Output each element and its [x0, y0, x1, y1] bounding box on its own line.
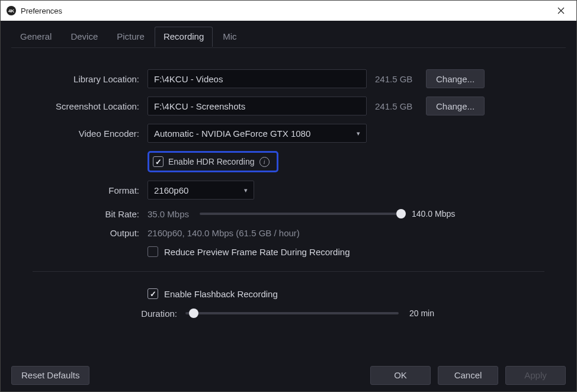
apply-button[interactable]: Apply	[505, 366, 566, 385]
format-value: 2160p60	[154, 185, 188, 195]
section-divider	[33, 271, 544, 272]
tab-bar: General Device Picture Recording Mic	[1, 21, 576, 47]
library-location-label: Library Location:	[33, 74, 139, 84]
tab-mic[interactable]: Mic	[214, 27, 245, 47]
library-change-button[interactable]: Change...	[426, 69, 485, 88]
chevron-down-icon: ▾	[244, 187, 248, 194]
screenshot-location-size: 241.5 GB	[375, 101, 418, 111]
duration-value: 20 min	[409, 309, 434, 318]
video-encoder-select[interactable]: Automatic - NVIDIA GeForce GTX 1080 ▾	[148, 124, 367, 143]
reset-defaults-button[interactable]: Reset Defaults	[11, 366, 89, 385]
duration-slider[interactable]	[185, 307, 399, 319]
enable-hdr-checkbox[interactable]	[153, 156, 164, 167]
video-encoder-value: Automatic - NVIDIA GeForce GTX 1080	[154, 128, 310, 139]
tab-general[interactable]: General	[11, 27, 60, 47]
duration-slider-thumb[interactable]	[189, 309, 198, 318]
duration-label: Duration:	[33, 309, 177, 319]
flashback-checkbox[interactable]	[148, 288, 158, 299]
bitrate-min: 35.0 Mbps	[148, 209, 189, 219]
bitrate-slider-thumb[interactable]	[396, 209, 406, 219]
output-text: 2160p60, 140.0 Mbps (61.5 GB / hour)	[148, 228, 300, 238]
bitrate-max: 140.0 Mbps	[412, 209, 455, 219]
chevron-down-icon: ▾	[357, 130, 360, 137]
screenshot-location-input[interactable]	[148, 97, 367, 115]
hdr-highlight-box: Enable HDR Recording i	[148, 151, 278, 172]
screenshot-change-button[interactable]: Change...	[426, 97, 485, 115]
bitrate-label: Bit Rate:	[33, 209, 139, 219]
bottom-bar: Reset Defaults OK Cancel Apply	[1, 358, 576, 391]
info-icon[interactable]: i	[259, 157, 270, 167]
library-location-input[interactable]	[148, 69, 367, 88]
format-select[interactable]: 2160p60 ▾	[148, 181, 254, 200]
screenshot-location-label: Screenshot Location:	[33, 101, 139, 111]
tab-picture[interactable]: Picture	[108, 27, 153, 47]
reduce-preview-checkbox[interactable]	[148, 246, 158, 257]
app-logo-icon: 4K	[7, 6, 16, 15]
cancel-button[interactable]: Cancel	[438, 366, 498, 385]
recording-panel: Library Location: 241.5 GB Change... Scr…	[11, 47, 566, 358]
close-icon[interactable]	[552, 1, 570, 20]
flashback-label: Enable Flashback Recording	[164, 289, 278, 299]
bitrate-slider[interactable]	[200, 208, 401, 220]
enable-hdr-label: Enable HDR Recording	[168, 157, 255, 166]
output-label: Output:	[33, 228, 139, 238]
tab-recording[interactable]: Recording	[155, 27, 213, 47]
format-label: Format:	[33, 185, 139, 195]
library-location-size: 241.5 GB	[375, 74, 418, 84]
window-title: Preferences	[21, 7, 552, 15]
tab-device[interactable]: Device	[62, 27, 107, 47]
titlebar: 4K Preferences	[1, 1, 576, 21]
video-encoder-label: Video Encoder:	[33, 128, 139, 139]
reduce-preview-label: Reduce Preview Frame Rate During Recordi…	[164, 247, 350, 257]
ok-button[interactable]: OK	[370, 366, 431, 385]
